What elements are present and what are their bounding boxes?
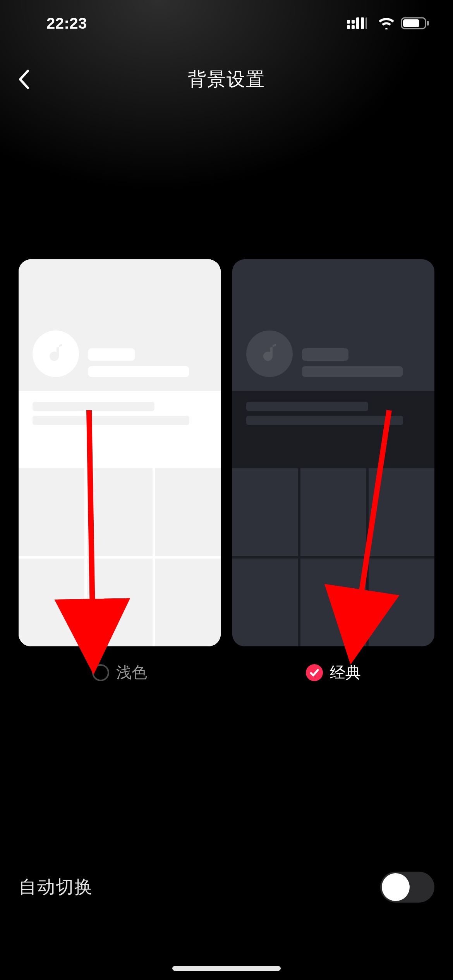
theme-radio-dark[interactable]: 经典	[306, 662, 361, 683]
home-indicator	[172, 966, 281, 971]
dual-sim-signal-icon	[347, 17, 372, 29]
svg-rect-10	[403, 19, 419, 27]
toggle-knob	[382, 873, 410, 901]
auto-switch-row: 自动切换	[0, 872, 453, 903]
theme-option-dark[interactable]: 经典	[232, 259, 434, 683]
svg-rect-2	[356, 23, 359, 29]
status-right	[347, 17, 430, 30]
radio-checked-icon	[306, 664, 323, 681]
wifi-icon	[378, 17, 395, 29]
status-time: 22:23	[46, 15, 87, 32]
music-note-icon	[33, 331, 79, 377]
theme-options: 浅色 经典	[19, 259, 434, 683]
svg-rect-6	[356, 17, 359, 24]
svg-rect-8	[365, 17, 367, 29]
radio-unchecked-icon	[92, 664, 109, 681]
svg-rect-7	[361, 17, 364, 24]
svg-rect-4	[347, 20, 350, 24]
svg-rect-0	[347, 25, 350, 29]
auto-switch-label: 自动切换	[19, 875, 93, 899]
theme-label-dark: 经典	[330, 662, 361, 683]
theme-label-light: 浅色	[116, 662, 147, 683]
back-button[interactable]	[15, 60, 46, 99]
svg-rect-11	[427, 21, 429, 26]
theme-preview-dark	[232, 259, 434, 646]
svg-rect-5	[352, 20, 355, 24]
status-bar: 22:23	[0, 0, 453, 46]
auto-switch-toggle[interactable]	[380, 872, 434, 903]
theme-option-light[interactable]: 浅色	[19, 259, 221, 683]
svg-rect-3	[361, 23, 364, 29]
battery-icon	[401, 17, 430, 30]
chevron-left-icon	[15, 68, 33, 91]
music-note-icon	[246, 331, 293, 377]
svg-rect-1	[352, 25, 355, 29]
header: 背景设置	[0, 60, 453, 99]
theme-preview-light	[19, 259, 221, 646]
theme-radio-light[interactable]: 浅色	[92, 662, 147, 683]
page-title: 背景设置	[188, 67, 265, 92]
